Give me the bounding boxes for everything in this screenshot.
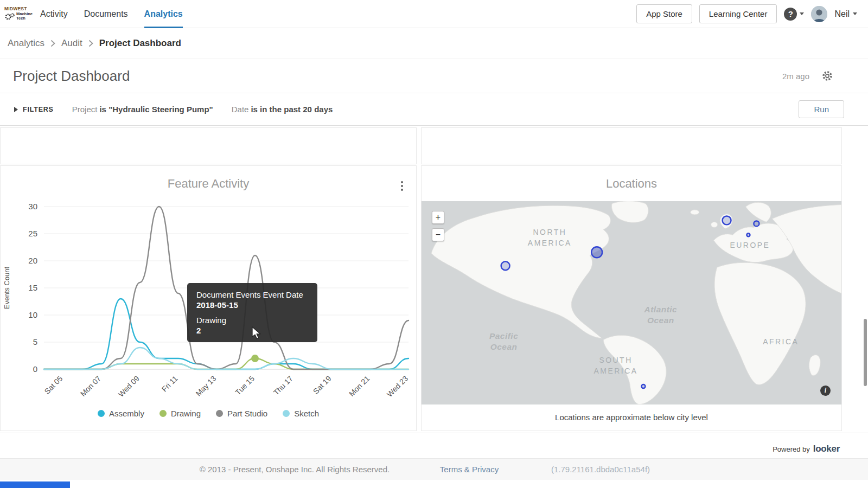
terms-privacy-link[interactable]: Terms & Privacy <box>440 459 499 480</box>
location-marker[interactable] <box>723 216 731 224</box>
dashboard-divider <box>0 433 868 433</box>
y-tick-label: 10 <box>28 310 37 319</box>
title-bar: Project Dashboard 2m ago <box>0 59 868 93</box>
location-marker[interactable] <box>501 261 510 270</box>
location-marker[interactable] <box>591 247 602 258</box>
map-zoom-control: + − <box>432 211 444 241</box>
x-tick-label: Mon 07 <box>79 374 103 398</box>
triangle-right-icon <box>14 107 18 112</box>
looker-logo: looker <box>813 444 840 454</box>
legend-item-drawing[interactable]: Drawing <box>159 409 201 418</box>
chevron-down-icon <box>853 12 857 15</box>
map-caption: Locations are approximate below city lev… <box>422 413 841 422</box>
help-icon[interactable]: ? <box>784 8 797 21</box>
user-avatar[interactable] <box>811 6 827 22</box>
y-tick-label: 15 <box>28 283 37 292</box>
y-tick-label: 30 <box>28 202 37 211</box>
empty-tile-left <box>0 127 417 164</box>
user-name: Neil <box>834 9 850 19</box>
powered-by-text: Powered by <box>773 445 810 453</box>
powered-by-looker[interactable]: Powered by looker <box>773 444 840 454</box>
map-info-icon[interactable]: i <box>820 386 831 396</box>
y-tick-label: 0 <box>33 364 37 374</box>
world-map[interactable]: NORTHAMERICAEUROPEAFRICASOUTHAMERICAAtla… <box>422 201 841 404</box>
nav-tab-analytics[interactable]: Analytics <box>144 0 183 28</box>
legend-item-assembly[interactable]: Assembly <box>98 409 144 418</box>
legend-label: Part Studio <box>227 409 267 418</box>
x-tick-label: Thu 17 <box>272 374 295 397</box>
x-tick-label: Wed 23 <box>385 374 410 399</box>
vertical-scrollbar[interactable] <box>864 319 867 386</box>
x-tick-label: Wed 09 <box>117 374 141 399</box>
breadcrumb-current: Project Dashboard <box>99 38 181 49</box>
legend-label: Assembly <box>109 409 144 418</box>
location-marker[interactable] <box>754 221 759 226</box>
copyright-text: © 2013 - Present, Onshape Inc. All Right… <box>200 459 390 480</box>
breadcrumb-audit[interactable]: Audit <box>61 38 82 49</box>
last-updated-label: 2m ago <box>782 72 809 81</box>
filter-field: Project <box>72 105 98 114</box>
filter-field: Date <box>232 105 249 114</box>
logo-text-tech: Tech <box>16 16 33 21</box>
legend-dot <box>283 410 290 417</box>
y-tick-label: 25 <box>28 229 37 238</box>
legend-label: Drawing <box>171 409 201 418</box>
filter-date[interactable]: Dateis in the past 20 days <box>232 105 333 114</box>
x-tick-label: Fri 11 <box>160 374 180 394</box>
map-label: AFRICA <box>763 337 799 346</box>
y-tick-label: 5 <box>33 337 37 346</box>
filter-project[interactable]: Projectis "Hydraulic Steering Pump" <box>72 105 213 114</box>
dashboard-settings-button[interactable] <box>821 70 833 82</box>
breadcrumb: Analytics Audit Project Dashboard <box>0 28 868 59</box>
footer: © 2013 - Present, Onshape Inc. All Right… <box>0 458 868 480</box>
y-tick-label: 20 <box>28 256 37 265</box>
app-root: MIDWEST Machine Tech Activity Documents … <box>0 0 868 488</box>
gears-icon <box>4 12 15 21</box>
chevron-right-icon <box>50 40 55 47</box>
chevron-right-icon <box>88 40 93 47</box>
chevron-down-icon <box>800 12 804 15</box>
chart-legend: AssemblyDrawingPart StudioSketch <box>1 409 416 418</box>
map-label: EUROPE <box>730 241 770 249</box>
location-marker[interactable] <box>746 233 750 236</box>
filters-label: FILTERS <box>23 106 54 113</box>
x-tick-label: Sat 05 <box>43 374 65 396</box>
tooltip-date: 2018-05-15 <box>196 300 308 310</box>
run-button[interactable]: Run <box>799 100 844 118</box>
page-title: Project Dashboard <box>13 68 130 85</box>
chart-title: Feature Activity <box>1 177 416 191</box>
legend-item-part-studio[interactable]: Part Studio <box>216 409 267 418</box>
nav-tab-activity[interactable]: Activity <box>40 0 68 28</box>
legend-item-sketch[interactable]: Sketch <box>283 409 319 418</box>
x-tick-label: May 13 <box>194 374 218 398</box>
legend-dot <box>216 410 223 417</box>
version-text: (1.79.21161.dbda0c11a54f) <box>551 459 650 480</box>
learning-center-button[interactable]: Learning Center <box>699 4 777 23</box>
filters-toggle[interactable]: FILTERS <box>14 106 54 113</box>
gear-icon <box>821 70 833 82</box>
mouse-cursor-icon <box>251 326 264 343</box>
zoom-out-button[interactable]: − <box>432 228 444 241</box>
help-menu[interactable]: ? <box>784 8 804 21</box>
legend-label: Sketch <box>294 409 319 418</box>
zoom-in-button[interactable]: + <box>432 211 444 224</box>
nav-tab-documents[interactable]: Documents <box>84 0 128 28</box>
top-nav: MIDWEST Machine Tech Activity Documents … <box>0 0 868 28</box>
map-title: Locations <box>422 177 841 191</box>
breadcrumb-analytics[interactable]: Analytics <box>8 38 44 49</box>
chat-widget-bar[interactable] <box>0 481 70 488</box>
y-axis-label: Events Count <box>3 267 11 309</box>
company-logo[interactable]: MIDWEST Machine Tech <box>4 7 33 21</box>
avatar-silhouette-icon <box>811 6 827 22</box>
tooltip-title: Document Events Event Date <box>196 290 308 299</box>
x-tick-label: Sat 19 <box>311 374 333 396</box>
highlighted-point[interactable] <box>251 355 259 362</box>
user-menu[interactable]: Neil <box>834 9 857 19</box>
x-tick-label: Mon 21 <box>347 374 371 398</box>
tile-menu-kebab-icon[interactable] <box>400 180 404 192</box>
app-store-button[interactable]: App Store <box>636 4 692 23</box>
x-tick-label: Tue 15 <box>233 374 256 397</box>
location-marker[interactable] <box>641 384 645 388</box>
filter-condition: is "Hydraulic Steering Pump" <box>99 105 213 114</box>
legend-dot <box>159 410 167 417</box>
